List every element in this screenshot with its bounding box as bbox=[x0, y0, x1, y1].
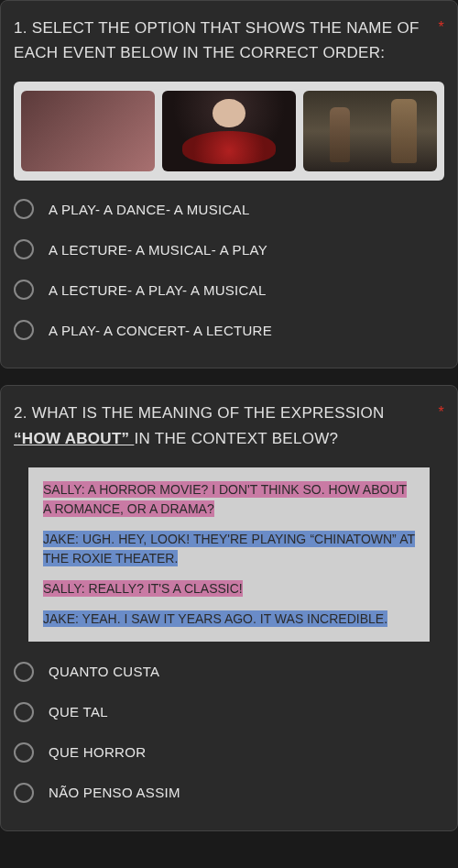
q2-option-4[interactable]: NÃO PENSO ASSIM bbox=[14, 783, 444, 803]
radio-icon bbox=[14, 783, 34, 803]
event-image-3 bbox=[303, 91, 437, 171]
question-1-text: 1. SELECT THE OPTION THAT SHOWS THE NAME… bbox=[14, 16, 444, 65]
q1-option-4-label: A PLAY- A CONCERT- A LECTURE bbox=[49, 323, 272, 338]
q1-option-4[interactable]: A PLAY- A CONCERT- A LECTURE bbox=[14, 320, 444, 340]
event-image-1 bbox=[21, 91, 155, 171]
dialog-image: SALLY: A HORROR MOVIE? I DON'T THINK SO.… bbox=[28, 467, 430, 642]
dialog-sally-2-text: SALLY: REALLY? IT'S A CLASSIC! bbox=[43, 580, 243, 597]
q2-option-4-label: NÃO PENSO ASSIM bbox=[49, 785, 180, 800]
dialog-jake-2-text: JAKE: YEAH. I SAW IT YEARS AGO. IT WAS I… bbox=[43, 610, 387, 627]
dialog-line-sally-1: SALLY: A HORROR MOVIE? I DON'T THINK SO.… bbox=[43, 480, 415, 519]
question-card-2: 2. WHAT IS THE MEANING OF THE EXPRESSION… bbox=[0, 385, 458, 830]
question-2-options: QUANTO CUSTA QUE TAL QUE HORROR NÃO PENS… bbox=[14, 662, 444, 803]
required-star: * bbox=[438, 16, 444, 39]
question-2-text-post: IN THE CONTEXT BELOW? bbox=[134, 430, 338, 447]
dialog-line-jake-1: JAKE: UGH. HEY, LOOK! THEY'RE PLAYING “C… bbox=[43, 530, 415, 568]
q2-option-1-label: QUANTO CUSTA bbox=[49, 664, 159, 679]
question-2-text-underline: “HOW ABOUT” bbox=[14, 430, 134, 447]
q2-option-1[interactable]: QUANTO CUSTA bbox=[14, 662, 444, 682]
q2-option-3[interactable]: QUE HORROR bbox=[14, 742, 444, 763]
q1-option-2-label: A LECTURE- A MUSICAL- A PLAY bbox=[49, 242, 267, 258]
dialog-jake-1-text: JAKE: UGH. HEY, LOOK! THEY'RE PLAYING “C… bbox=[43, 531, 415, 566]
event-image-2 bbox=[162, 91, 296, 171]
q2-option-3-label: QUE HORROR bbox=[49, 744, 146, 760]
question-1-options: A PLAY- A DANCE- A MUSICAL A LECTURE- A … bbox=[14, 199, 444, 340]
question-1-image-row bbox=[14, 82, 444, 181]
question-2-text: 2. WHAT IS THE MEANING OF THE EXPRESSION… bbox=[14, 401, 444, 450]
q1-option-1[interactable]: A PLAY- A DANCE- A MUSICAL bbox=[14, 199, 444, 219]
radio-icon bbox=[14, 199, 34, 219]
radio-icon bbox=[14, 239, 34, 259]
radio-icon bbox=[14, 702, 34, 722]
question-2-text-pre: 2. WHAT IS THE MEANING OF THE EXPRESSION bbox=[14, 404, 385, 422]
question-card-1: 1. SELECT THE OPTION THAT SHOWS THE NAME… bbox=[0, 0, 458, 368]
q1-option-2[interactable]: A LECTURE- A MUSICAL- A PLAY bbox=[14, 239, 444, 259]
radio-icon bbox=[14, 280, 34, 300]
q1-option-3[interactable]: A LECTURE- A PLAY- A MUSICAL bbox=[14, 280, 444, 300]
dialog-line-sally-2: SALLY: REALLY? IT'S A CLASSIC! bbox=[43, 579, 415, 599]
q2-option-2[interactable]: QUE TAL bbox=[14, 702, 444, 722]
q1-option-3-label: A LECTURE- A PLAY- A MUSICAL bbox=[49, 282, 267, 298]
q2-option-2-label: QUE TAL bbox=[49, 704, 108, 720]
question-1-text-body: 1. SELECT THE OPTION THAT SHOWS THE NAME… bbox=[14, 19, 420, 61]
radio-icon bbox=[14, 320, 34, 340]
dialog-sally-1-text: SALLY: A HORROR MOVIE? I DON'T THINK SO.… bbox=[43, 481, 407, 517]
radio-icon bbox=[14, 742, 34, 763]
dialog-line-jake-2: JAKE: YEAH. I SAW IT YEARS AGO. IT WAS I… bbox=[43, 610, 415, 629]
q1-option-1-label: A PLAY- A DANCE- A MUSICAL bbox=[49, 202, 250, 217]
radio-icon bbox=[14, 662, 34, 682]
required-star: * bbox=[438, 401, 444, 424]
